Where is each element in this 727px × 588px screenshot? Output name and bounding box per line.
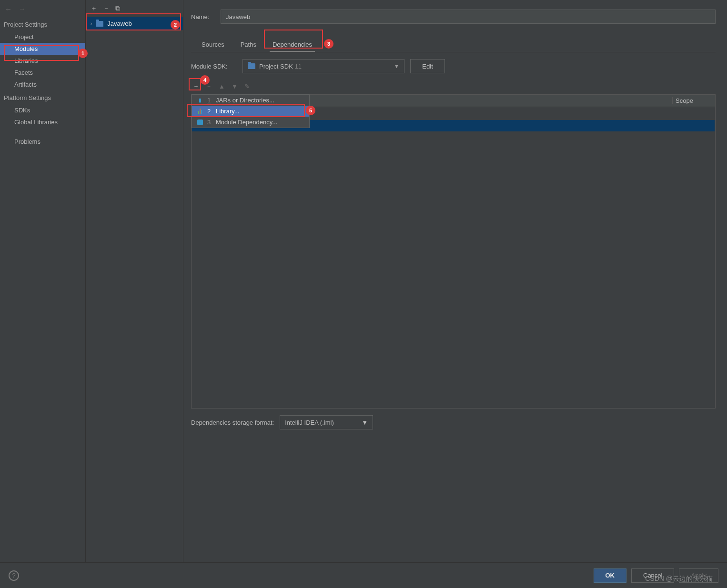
copy-module-icon[interactable]: ⧉ bbox=[115, 4, 120, 12]
ok-button[interactable]: OK bbox=[594, 568, 627, 583]
cancel-button[interactable]: Cancel bbox=[631, 568, 674, 583]
storage-format-select[interactable]: IntelliJ IDEA (.iml) ▼ bbox=[280, 415, 373, 429]
dependency-list: Scope ▮ 1 JARs or Directories... 2 Libra… bbox=[191, 94, 716, 409]
section-platform-settings: Platform Settings bbox=[0, 90, 85, 104]
chevron-right-icon: › bbox=[91, 21, 92, 26]
tab-paths[interactable]: Paths bbox=[238, 38, 259, 52]
module-name-input[interactable] bbox=[221, 10, 716, 24]
folder-icon bbox=[96, 21, 103, 27]
sidebar-item-facets[interactable]: Facets bbox=[0, 67, 85, 79]
menu-item-jars[interactable]: ▮ 1 JARs or Directories... bbox=[192, 95, 309, 106]
name-row: Name: bbox=[191, 0, 716, 30]
move-down-icon: ▼ bbox=[232, 83, 238, 90]
main-container: ← → Project Settings Project Modules Lib… bbox=[0, 0, 727, 562]
scope-column-header: Scope bbox=[672, 97, 715, 104]
module-icon bbox=[197, 119, 203, 126]
help-button[interactable]: ? bbox=[9, 570, 19, 581]
remove-module-icon[interactable]: － bbox=[103, 4, 110, 13]
apply-button: Apply bbox=[679, 568, 718, 583]
name-label: Name: bbox=[191, 13, 215, 20]
module-tree-label: Javaweb bbox=[107, 20, 131, 27]
folder-icon bbox=[248, 63, 255, 69]
add-dependency-icon[interactable]: ＋ bbox=[193, 82, 199, 90]
library-icon bbox=[197, 108, 203, 115]
tab-row: Sources Paths Dependencies bbox=[191, 30, 716, 52]
tab-sources[interactable]: Sources bbox=[199, 38, 227, 52]
nav-arrows: ← → bbox=[0, 0, 85, 17]
bottom-bar: ? OK Cancel Apply bbox=[0, 562, 727, 588]
remove-dependency-icon: － bbox=[206, 82, 212, 90]
tab-dependencies[interactable]: Dependencies bbox=[270, 38, 315, 52]
sdk-row: Module SDK: Project SDK 11 ▼ Edit bbox=[191, 59, 716, 79]
sdk-label: Module SDK: bbox=[191, 63, 237, 70]
sidebar-item-project[interactable]: Project bbox=[0, 31, 85, 43]
module-tree-item[interactable]: › Javaweb bbox=[86, 17, 183, 30]
section-project-settings: Project Settings bbox=[0, 17, 85, 31]
menu-item-label: JARs or Directories... bbox=[216, 97, 274, 104]
back-icon[interactable]: ← bbox=[5, 5, 12, 13]
add-module-icon[interactable]: ＋ bbox=[91, 4, 97, 13]
chevron-down-icon: ▼ bbox=[362, 419, 368, 426]
sdk-select[interactable]: Project SDK 11 ▼ bbox=[242, 59, 404, 73]
menu-item-label: Library... bbox=[216, 108, 240, 115]
tree-toolbar: ＋ － ⧉ bbox=[86, 0, 183, 17]
sidebar-item-sdks[interactable]: SDKs bbox=[0, 104, 85, 116]
edit-dependency-icon: ✎ bbox=[244, 83, 250, 90]
storage-value: IntelliJ IDEA (.iml) bbox=[285, 419, 334, 426]
menu-item-module-dep[interactable]: 3 Module Dependency... bbox=[192, 117, 309, 128]
add-dependency-menu: ▮ 1 JARs or Directories... 2 Library... … bbox=[192, 94, 310, 128]
sidebar-item-problems[interactable]: Problems bbox=[0, 136, 85, 148]
chevron-down-icon: ▼ bbox=[394, 63, 399, 69]
menu-item-label: Module Dependency... bbox=[216, 119, 277, 126]
sdk-value: Project SDK 11 bbox=[259, 63, 302, 70]
storage-row: Dependencies storage format: IntelliJ ID… bbox=[191, 409, 716, 429]
edit-sdk-button[interactable]: Edit bbox=[410, 59, 445, 73]
forward-icon: → bbox=[19, 5, 26, 13]
dependency-toolbar: ＋ － ▲ ▼ ✎ bbox=[191, 79, 716, 93]
module-tree-panel: ＋ － ⧉ › Javaweb bbox=[86, 0, 183, 562]
storage-label: Dependencies storage format: bbox=[191, 419, 274, 426]
move-up-icon: ▲ bbox=[219, 83, 225, 90]
sidebar-item-modules[interactable]: Modules bbox=[0, 43, 85, 55]
settings-sidebar: ← → Project Settings Project Modules Lib… bbox=[0, 0, 86, 562]
content-panel: Name: Sources Paths Dependencies Module … bbox=[183, 0, 727, 562]
sidebar-item-artifacts[interactable]: Artifacts bbox=[0, 79, 85, 90]
sidebar-item-global-libraries[interactable]: Global Libraries bbox=[0, 116, 85, 128]
dialog-buttons: OK Cancel Apply bbox=[594, 568, 719, 583]
sidebar-item-libraries[interactable]: Libraries bbox=[0, 55, 85, 67]
building-icon: ▮ bbox=[197, 97, 203, 104]
menu-item-library[interactable]: 2 Library... bbox=[192, 106, 309, 117]
